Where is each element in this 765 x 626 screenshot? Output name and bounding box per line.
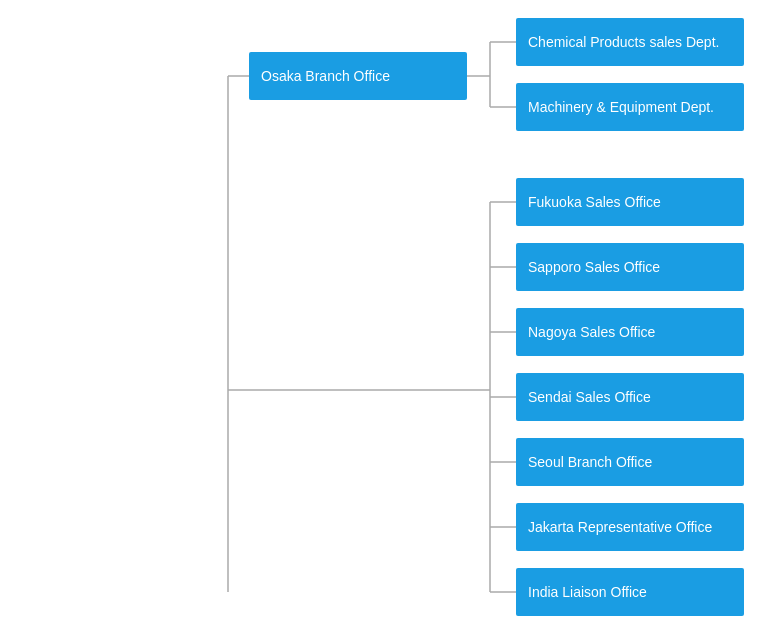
india-node: India Liaison Office [516,568,744,616]
org-chart: Osaka Branch Office Chemical Products sa… [0,0,765,626]
fukuoka-label: Fukuoka Sales Office [528,194,661,210]
machinery-label: Machinery & Equipment Dept. [528,99,714,115]
machinery-node: Machinery & Equipment Dept. [516,83,744,131]
jakarta-label: Jakarta Representative Office [528,519,712,535]
chemical-node: Chemical Products sales Dept. [516,18,744,66]
osaka-node: Osaka Branch Office [249,52,467,100]
seoul-label: Seoul Branch Office [528,454,652,470]
nagoya-label: Nagoya Sales Office [528,324,655,340]
sendai-label: Sendai Sales Office [528,389,651,405]
sendai-node: Sendai Sales Office [516,373,744,421]
nagoya-node: Nagoya Sales Office [516,308,744,356]
jakarta-node: Jakarta Representative Office [516,503,744,551]
sapporo-node: Sapporo Sales Office [516,243,744,291]
india-label: India Liaison Office [528,584,647,600]
fukuoka-node: Fukuoka Sales Office [516,178,744,226]
sapporo-label: Sapporo Sales Office [528,259,660,275]
osaka-label: Osaka Branch Office [261,68,390,84]
seoul-node: Seoul Branch Office [516,438,744,486]
chemical-label: Chemical Products sales Dept. [528,34,719,50]
